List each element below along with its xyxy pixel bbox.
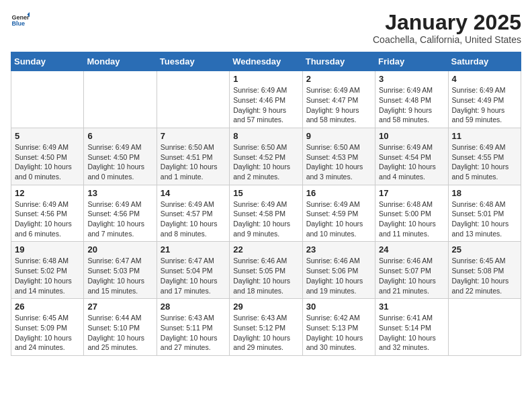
sunrise-text: Sunrise: 6:46 AM [306, 257, 360, 265]
day-number: 30 [306, 302, 371, 312]
calendar-day-cell: 10Sunrise: 6:49 AMSunset: 4:54 PMDayligh… [375, 128, 448, 185]
calendar-day-cell [11, 71, 84, 128]
header-thursday: Thursday [302, 52, 375, 71]
daylight-text: Daylight: 10 hours and 13 minutes. [452, 220, 509, 238]
sunrise-text: Sunrise: 6:41 AM [379, 314, 433, 322]
header-tuesday: Tuesday [157, 52, 229, 71]
sunset-text: Sunset: 5:05 PM [233, 267, 285, 275]
calendar-day-cell: 31Sunrise: 6:41 AMSunset: 5:14 PMDayligh… [375, 299, 448, 356]
day-number: 8 [233, 131, 298, 141]
sunset-text: Sunset: 4:47 PM [306, 96, 359, 104]
sunset-text: Sunset: 4:50 PM [87, 153, 140, 161]
calendar-day-cell: 11Sunrise: 6:49 AMSunset: 4:55 PMDayligh… [448, 128, 521, 185]
sunset-text: Sunset: 4:46 PM [233, 96, 285, 104]
header-wednesday: Wednesday [230, 52, 302, 71]
daylight-text: Daylight: 9 hours and 58 minutes. [306, 106, 359, 124]
sunset-text: Sunset: 4:48 PM [379, 96, 431, 104]
sunrise-text: Sunrise: 6:49 AM [379, 86, 433, 94]
sunset-text: Sunset: 4:49 PM [452, 96, 504, 104]
daylight-text: Daylight: 10 hours and 8 minutes. [161, 220, 218, 238]
daylight-text: Daylight: 10 hours and 24 minutes. [15, 334, 72, 352]
calendar-day-cell: 12Sunrise: 6:49 AMSunset: 4:56 PMDayligh… [11, 185, 84, 242]
calendar-week-row: 12Sunrise: 6:49 AMSunset: 4:56 PMDayligh… [11, 185, 521, 242]
day-number: 2 [306, 74, 371, 84]
location-title: Coachella, California, United States [373, 34, 521, 45]
sunset-text: Sunset: 4:53 PM [306, 153, 359, 161]
header-saturday: Saturday [448, 52, 521, 71]
daylight-text: Daylight: 10 hours and 2 minutes. [233, 163, 290, 181]
sunset-text: Sunset: 4:54 PM [379, 153, 431, 161]
day-number: 16 [306, 188, 371, 198]
day-number: 25 [452, 244, 517, 255]
sunrise-text: Sunrise: 6:49 AM [306, 86, 360, 94]
sunset-text: Sunset: 4:56 PM [15, 210, 67, 218]
sunrise-text: Sunrise: 6:49 AM [452, 143, 506, 151]
daylight-text: Daylight: 10 hours and 32 minutes. [379, 334, 436, 352]
sunset-text: Sunset: 5:12 PM [233, 324, 285, 332]
day-number: 5 [15, 131, 80, 141]
day-number: 4 [452, 74, 517, 84]
sunset-text: Sunset: 5:07 PM [379, 267, 431, 275]
calendar-day-cell: 2Sunrise: 6:49 AMSunset: 4:47 PMDaylight… [302, 71, 375, 128]
day-info: Sunrise: 6:47 AMSunset: 5:03 PMDaylight:… [87, 256, 152, 295]
day-number: 9 [306, 131, 371, 141]
day-info: Sunrise: 6:43 AMSunset: 5:11 PMDaylight:… [161, 313, 226, 353]
sunrise-text: Sunrise: 6:49 AM [15, 200, 69, 208]
daylight-text: Daylight: 10 hours and 10 minutes. [306, 220, 363, 238]
day-number: 22 [233, 244, 298, 255]
daylight-text: Daylight: 10 hours and 18 minutes. [233, 277, 290, 295]
sunrise-text: Sunrise: 6:48 AM [15, 257, 69, 265]
day-info: Sunrise: 6:49 AMSunset: 4:57 PMDaylight:… [161, 199, 226, 239]
day-info: Sunrise: 6:50 AMSunset: 4:51 PMDaylight:… [161, 142, 226, 182]
day-info: Sunrise: 6:45 AMSunset: 5:09 PMDaylight:… [15, 313, 80, 353]
day-number: 19 [15, 244, 80, 255]
day-number: 10 [379, 131, 444, 141]
sunrise-text: Sunrise: 6:49 AM [379, 143, 433, 151]
calendar-day-cell: 8Sunrise: 6:50 AMSunset: 4:52 PMDaylight… [230, 128, 302, 185]
calendar-day-cell: 4Sunrise: 6:49 AMSunset: 4:49 PMDaylight… [448, 71, 521, 128]
day-info: Sunrise: 6:46 AMSunset: 5:07 PMDaylight:… [379, 256, 444, 295]
sunrise-text: Sunrise: 6:49 AM [306, 200, 360, 208]
day-number: 11 [452, 131, 517, 141]
sunset-text: Sunset: 5:10 PM [87, 324, 140, 332]
daylight-text: Daylight: 10 hours and 17 minutes. [161, 277, 218, 295]
title-area: January 2025 Coachella, California, Unit… [373, 11, 521, 45]
calendar-day-cell: 17Sunrise: 6:48 AMSunset: 5:00 PMDayligh… [375, 185, 448, 242]
daylight-text: Daylight: 10 hours and 29 minutes. [233, 334, 290, 352]
day-number: 1 [233, 74, 298, 84]
logo: General Blue [11, 11, 31, 30]
calendar-day-cell: 21Sunrise: 6:47 AMSunset: 5:04 PMDayligh… [157, 242, 229, 299]
day-info: Sunrise: 6:44 AMSunset: 5:10 PMDaylight:… [87, 313, 152, 353]
calendar-day-cell: 15Sunrise: 6:49 AMSunset: 4:58 PMDayligh… [230, 185, 302, 242]
day-number: 13 [87, 188, 152, 198]
day-number: 27 [87, 302, 152, 312]
sunrise-text: Sunrise: 6:44 AM [87, 314, 141, 322]
calendar-day-cell: 14Sunrise: 6:49 AMSunset: 4:57 PMDayligh… [157, 185, 229, 242]
calendar-day-cell: 30Sunrise: 6:42 AMSunset: 5:13 PMDayligh… [302, 299, 375, 356]
calendar-day-cell: 28Sunrise: 6:43 AMSunset: 5:11 PMDayligh… [157, 299, 229, 356]
calendar-week-row: 1Sunrise: 6:49 AMSunset: 4:46 PMDaylight… [11, 71, 521, 128]
daylight-text: Daylight: 10 hours and 11 minutes. [379, 220, 436, 238]
header-sunday: Sunday [11, 52, 84, 71]
calendar-day-cell: 22Sunrise: 6:46 AMSunset: 5:05 PMDayligh… [230, 242, 302, 299]
day-info: Sunrise: 6:49 AMSunset: 4:54 PMDaylight:… [379, 142, 444, 182]
day-info: Sunrise: 6:49 AMSunset: 4:47 PMDaylight:… [306, 85, 371, 125]
calendar-day-cell: 26Sunrise: 6:45 AMSunset: 5:09 PMDayligh… [11, 299, 84, 356]
sunset-text: Sunset: 5:03 PM [87, 267, 140, 275]
sunset-text: Sunset: 4:56 PM [87, 210, 140, 218]
daylight-text: Daylight: 10 hours and 9 minutes. [233, 220, 290, 238]
day-info: Sunrise: 6:49 AMSunset: 4:48 PMDaylight:… [379, 85, 444, 125]
sunrise-text: Sunrise: 6:49 AM [452, 86, 506, 94]
calendar-day-cell [157, 71, 229, 128]
day-info: Sunrise: 6:49 AMSunset: 4:59 PMDaylight:… [306, 199, 371, 239]
sunrise-text: Sunrise: 6:49 AM [233, 200, 287, 208]
sunrise-text: Sunrise: 6:46 AM [233, 257, 287, 265]
header-friday: Friday [375, 52, 448, 71]
sunrise-text: Sunrise: 6:50 AM [161, 143, 214, 151]
day-info: Sunrise: 6:49 AMSunset: 4:50 PMDaylight:… [15, 142, 80, 182]
daylight-text: Daylight: 10 hours and 6 minutes. [15, 220, 72, 238]
day-info: Sunrise: 6:50 AMSunset: 4:52 PMDaylight:… [233, 142, 298, 182]
daylight-text: Daylight: 9 hours and 57 minutes. [233, 106, 286, 124]
page-header: General Blue January 2025 Coachella, Cal… [11, 11, 521, 45]
sunrise-text: Sunrise: 6:49 AM [87, 143, 141, 151]
